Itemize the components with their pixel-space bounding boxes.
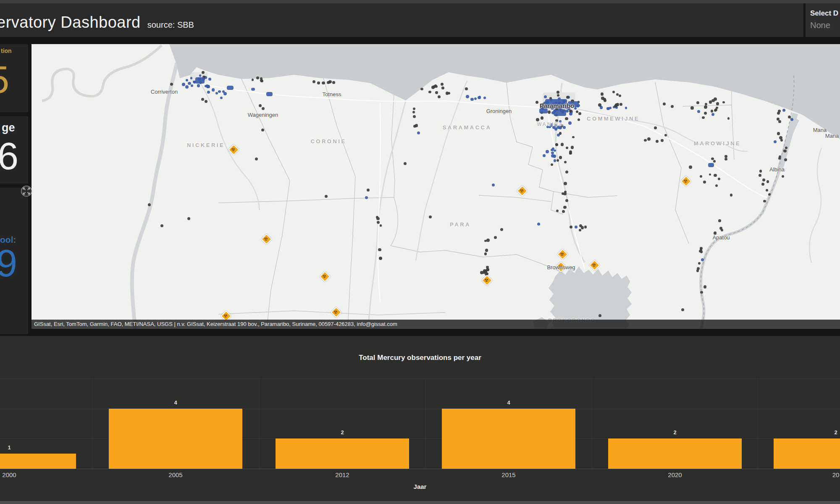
map-point <box>377 221 380 224</box>
map-point <box>774 140 777 143</box>
map-point <box>701 258 704 261</box>
x-tick-label: 20 <box>832 471 840 478</box>
bar[interactable] <box>442 409 575 469</box>
mine-icon: ☢ <box>261 234 270 243</box>
mine-icon: ☢ <box>517 186 526 195</box>
map-point <box>160 224 163 227</box>
map-point <box>551 154 554 158</box>
map-point <box>572 136 575 139</box>
map-point <box>615 103 618 107</box>
map-point <box>711 113 714 116</box>
map-point-cluster-blob <box>539 108 548 113</box>
map-point <box>484 252 487 255</box>
map-point <box>703 181 706 184</box>
map-point <box>575 226 578 228</box>
bar[interactable] <box>608 438 742 469</box>
map-point <box>470 98 473 101</box>
map-point <box>404 162 407 165</box>
town-label: Brownsweg <box>547 264 575 270</box>
dashboard-header: ervatory Dashboard source: SBB <box>0 3 803 37</box>
town-label: Corriverton <box>151 89 178 95</box>
map-point <box>170 83 173 86</box>
map-point <box>705 103 707 105</box>
map-point <box>616 93 619 96</box>
map-point <box>762 178 765 181</box>
district-selector-value[interactable]: None <box>810 21 840 30</box>
map-point <box>785 147 788 149</box>
map-point <box>500 228 503 231</box>
mine-icon-glyph: ☢ <box>261 234 270 244</box>
map-point <box>559 132 562 134</box>
town-label: Mana <box>825 133 839 139</box>
grid-line-vertical <box>92 378 93 469</box>
map-point <box>186 79 188 81</box>
map-point <box>260 80 263 83</box>
map-point <box>420 88 423 90</box>
map-point <box>711 110 713 112</box>
bar[interactable] <box>0 454 76 469</box>
town-label: Apatou <box>712 234 730 241</box>
bar-value-label: 1 <box>8 444 10 451</box>
map-point <box>261 129 264 131</box>
map-point <box>379 257 382 260</box>
grid-line-vertical <box>425 378 426 469</box>
mine-icon-glyph: ☢ <box>557 249 567 259</box>
map-point <box>661 139 664 142</box>
map-point <box>709 100 712 103</box>
map-point <box>704 105 707 108</box>
bar[interactable] <box>774 438 840 469</box>
map-point <box>663 102 666 105</box>
map-point <box>448 92 450 94</box>
map-point <box>722 101 725 104</box>
mine-icon: ☢ <box>589 260 598 269</box>
mine-icon-glyph: ☢ <box>221 311 230 320</box>
mine-icon-glyph: ☢ <box>331 307 340 317</box>
map-point <box>563 206 567 209</box>
map-point <box>571 146 574 149</box>
map-point <box>474 97 477 100</box>
map-point <box>598 314 601 317</box>
map-point <box>625 107 627 109</box>
bar-value-label: 2 <box>673 429 676 436</box>
region-label: SARAMACCA <box>443 124 492 131</box>
region-label: COMMEWIJNE <box>587 116 640 122</box>
district-selector-label: Select D <box>810 9 840 18</box>
map-point <box>182 83 185 86</box>
map-point <box>191 84 193 87</box>
bar-value-label: 4 <box>507 399 510 406</box>
map-point <box>700 250 703 253</box>
map-point <box>536 118 539 121</box>
map-point <box>704 285 706 288</box>
map-point <box>148 203 151 206</box>
town-label: Mana <box>813 127 827 133</box>
map-point <box>554 150 556 152</box>
map-point <box>441 87 444 89</box>
rivers <box>197 78 822 329</box>
kpi-card-1: ge6 <box>0 116 28 184</box>
district-selector[interactable]: Select D None <box>806 3 840 37</box>
bar[interactable] <box>276 438 409 469</box>
map-point <box>783 150 786 152</box>
expand-button[interactable] <box>21 185 32 197</box>
map-point <box>782 109 785 112</box>
map-point <box>380 224 382 227</box>
map-point <box>556 91 559 94</box>
map-point <box>480 271 483 274</box>
map-point <box>565 117 568 120</box>
map-point <box>220 97 223 99</box>
map-point <box>697 267 700 270</box>
bar[interactable] <box>109 409 242 469</box>
map-point <box>671 105 674 108</box>
map-point <box>378 248 381 251</box>
town-label: Groningen <box>486 108 512 114</box>
map-point <box>578 112 581 115</box>
bar-value-label: 2 <box>341 429 344 436</box>
map-point <box>486 239 490 242</box>
map-point <box>714 174 717 177</box>
map-point <box>730 194 732 196</box>
map-point <box>556 159 559 162</box>
map-point <box>690 106 693 109</box>
map-canvas[interactable]: ☢☢☢☢☢☢☢☢☢☢☢NICKERIECORONIESARAMACCAWANIC… <box>32 44 840 329</box>
map-point <box>601 92 604 95</box>
mine-icon-glyph: ☢ <box>320 272 329 281</box>
